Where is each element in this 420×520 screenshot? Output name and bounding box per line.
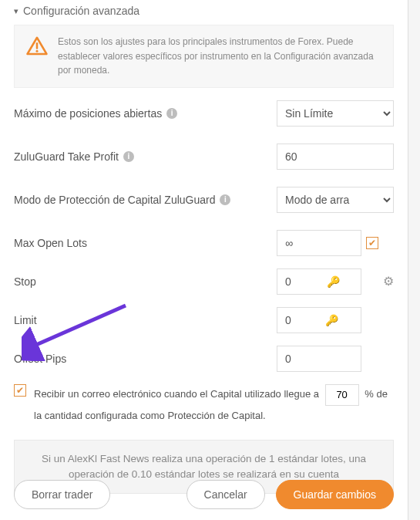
- label-zg-cap-mode: Modo de Protección de Capital ZuluGuard: [14, 194, 215, 206]
- delete-trader-button[interactable]: Borrar trader: [14, 480, 110, 509]
- row-zg-cap-mode: Modo de Protección de Capital ZuluGuard …: [14, 187, 394, 213]
- input-email-threshold[interactable]: [325, 384, 359, 406]
- label-offset: Offset Pips: [14, 353, 66, 365]
- input-max-open-lots[interactable]: [277, 230, 361, 256]
- footer: Borrar trader Cancelar Guardar cambios: [14, 480, 394, 509]
- row-offset-pips: Offset Pips: [14, 346, 394, 372]
- chevron-down-icon: ▾: [14, 6, 18, 16]
- label-stop: Stop: [14, 275, 36, 288]
- cancel-button[interactable]: Cancelar: [186, 480, 265, 509]
- checkbox-email-notice[interactable]: ✔: [14, 384, 26, 397]
- input-limit[interactable]: [277, 307, 361, 333]
- info-icon[interactable]: i: [220, 194, 230, 205]
- info-icon[interactable]: i: [123, 151, 134, 162]
- info-icon[interactable]: i: [166, 108, 177, 119]
- input-zg-take-profit[interactable]: [277, 144, 394, 170]
- row-zg-take-profit: ZuluGuard Take Profit i: [14, 144, 394, 170]
- label-max-open: Máximo de posiciones abiertas: [14, 107, 162, 120]
- banner-text: Estos son los ajustes para los principal…: [58, 35, 382, 78]
- save-button[interactable]: Guardar cambios: [276, 480, 394, 509]
- row-max-open-lots: Max Open Lots ✔: [14, 230, 394, 256]
- advanced-settings-panel: ▾ Configuración avanzada Estos son los a…: [0, 0, 408, 520]
- checkbox-max-open-lots[interactable]: ✔: [366, 237, 378, 249]
- row-limit: Limit 🔑: [14, 307, 394, 333]
- label-zg-take-profit: ZuluGuard Take Profit: [14, 150, 119, 163]
- label-limit: Limit: [14, 314, 37, 326]
- input-offset[interactable]: [277, 346, 361, 372]
- section-title: Configuración avanzada: [23, 5, 139, 17]
- check-icon: ✔: [368, 238, 376, 248]
- row-max-open-positions: Máximo de posiciones abiertas i Sin Lími…: [14, 100, 394, 127]
- input-stop[interactable]: [277, 268, 361, 295]
- warning-icon: [25, 35, 49, 58]
- check-icon: ✔: [16, 386, 24, 395]
- select-zg-cap-mode[interactable]: Modo de arra: [277, 187, 394, 213]
- section-toggle[interactable]: ▾ Configuración avanzada: [14, 0, 394, 22]
- gear-icon[interactable]: ⚙: [383, 274, 394, 289]
- info-banner: Estos son los ajustes para los principal…: [14, 25, 394, 88]
- row-stop: Stop 🔑 ⚙: [14, 268, 394, 295]
- email-notice-text: Recibir un correo electrónico cuando el …: [34, 384, 394, 426]
- row-email-notice: ✔ Recibir un correo electrónico cuando e…: [14, 384, 394, 426]
- svg-point-1: [36, 50, 39, 52]
- email-prefix: Recibir un correo electrónico cuando el …: [34, 388, 319, 400]
- label-max-open-lots: Max Open Lots: [14, 237, 87, 249]
- select-max-open[interactable]: Sin Límite: [277, 100, 394, 127]
